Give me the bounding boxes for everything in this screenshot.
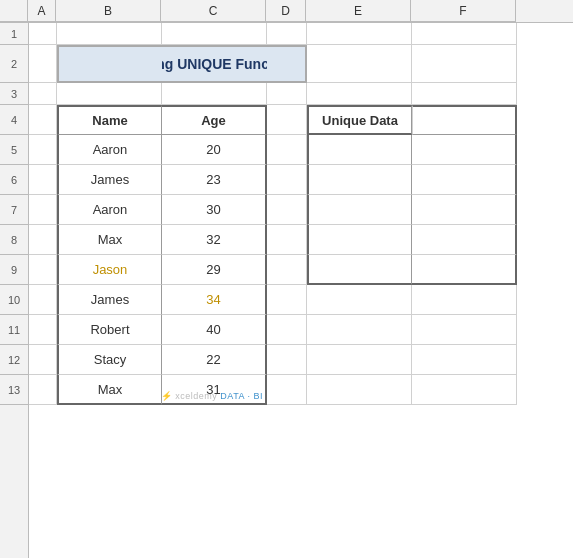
cell-f6[interactable] bbox=[412, 165, 517, 195]
cell-a3[interactable] bbox=[29, 83, 57, 105]
cell-e2[interactable] bbox=[307, 45, 412, 83]
grid-row-3 bbox=[29, 83, 573, 105]
cell-a12[interactable] bbox=[29, 345, 57, 375]
cell-b3[interactable] bbox=[57, 83, 162, 105]
cell-c11[interactable]: 40 bbox=[162, 315, 267, 345]
cell-b10[interactable]: James bbox=[57, 285, 162, 315]
cell-a8[interactable] bbox=[29, 225, 57, 255]
cell-e5[interactable] bbox=[307, 135, 412, 165]
cell-d7[interactable] bbox=[267, 195, 307, 225]
cell-d2[interactable] bbox=[267, 45, 307, 83]
cell-b13[interactable]: Max bbox=[57, 375, 162, 405]
name-12: Stacy bbox=[94, 352, 127, 367]
cell-f10[interactable] bbox=[412, 285, 517, 315]
cell-f4-unique[interactable] bbox=[412, 105, 517, 135]
cell-c3[interactable] bbox=[162, 83, 267, 105]
cell-a4[interactable] bbox=[29, 105, 57, 135]
cell-f12[interactable] bbox=[412, 345, 517, 375]
cell-d4[interactable] bbox=[267, 105, 307, 135]
age-12: 22 bbox=[206, 352, 220, 367]
age-header: Age bbox=[201, 113, 226, 128]
grid-row-7: Aaron 30 bbox=[29, 195, 573, 225]
cell-e12[interactable] bbox=[307, 345, 412, 375]
name-9: Jason bbox=[93, 262, 128, 277]
cell-a7[interactable] bbox=[29, 195, 57, 225]
cell-b12[interactable]: Stacy bbox=[57, 345, 162, 375]
cell-c7[interactable]: 30 bbox=[162, 195, 267, 225]
spreadsheet: A B C D E F 1 2 3 4 5 6 7 8 9 10 11 12 1… bbox=[0, 0, 573, 558]
cell-b1[interactable] bbox=[57, 23, 162, 45]
cell-e4-unique[interactable]: Unique Data bbox=[307, 105, 412, 135]
cell-b4-header[interactable]: Name bbox=[57, 105, 162, 135]
cell-a6[interactable] bbox=[29, 165, 57, 195]
cell-d1[interactable] bbox=[267, 23, 307, 45]
col-header-b: B bbox=[56, 0, 161, 22]
cell-d3[interactable] bbox=[267, 83, 307, 105]
cell-c4-header[interactable]: Age bbox=[162, 105, 267, 135]
cell-d11[interactable] bbox=[267, 315, 307, 345]
cell-d12[interactable] bbox=[267, 345, 307, 375]
cell-a9[interactable] bbox=[29, 255, 57, 285]
cell-b9[interactable]: Jason bbox=[57, 255, 162, 285]
cell-e11[interactable] bbox=[307, 315, 412, 345]
cell-f2[interactable] bbox=[412, 45, 517, 83]
cell-f3[interactable] bbox=[412, 83, 517, 105]
cell-c2-title[interactable]: Using UNIQUE Function bbox=[162, 45, 267, 83]
cell-e1[interactable] bbox=[307, 23, 412, 45]
cell-c10[interactable]: 34 bbox=[162, 285, 267, 315]
cell-f5[interactable] bbox=[412, 135, 517, 165]
cell-a13[interactable] bbox=[29, 375, 57, 405]
grid-row-6: James 23 bbox=[29, 165, 573, 195]
row-num-6: 6 bbox=[0, 165, 28, 195]
cell-d8[interactable] bbox=[267, 225, 307, 255]
cell-a11[interactable] bbox=[29, 315, 57, 345]
cell-c1[interactable] bbox=[162, 23, 267, 45]
cell-d13[interactable] bbox=[267, 375, 307, 405]
row-num-2: 2 bbox=[0, 45, 28, 83]
cell-f13[interactable] bbox=[412, 375, 517, 405]
cell-e13[interactable] bbox=[307, 375, 412, 405]
cell-b6[interactable]: James bbox=[57, 165, 162, 195]
cell-b11[interactable]: Robert bbox=[57, 315, 162, 345]
row-num-4: 4 bbox=[0, 105, 28, 135]
cell-c9[interactable]: 29 bbox=[162, 255, 267, 285]
cell-d6[interactable] bbox=[267, 165, 307, 195]
cell-b8[interactable]: Max bbox=[57, 225, 162, 255]
cell-e7[interactable] bbox=[307, 195, 412, 225]
cell-e6[interactable] bbox=[307, 165, 412, 195]
cell-a2[interactable] bbox=[29, 45, 57, 83]
col-header-c: C bbox=[161, 0, 266, 22]
cell-e8[interactable] bbox=[307, 225, 412, 255]
cell-d9[interactable] bbox=[267, 255, 307, 285]
cell-c5[interactable]: 20 bbox=[162, 135, 267, 165]
cell-f7[interactable] bbox=[412, 195, 517, 225]
grid-row-1 bbox=[29, 23, 573, 45]
grid-content: Using UNIQUE Function Name bbox=[29, 23, 573, 558]
cell-a10[interactable] bbox=[29, 285, 57, 315]
cell-b2[interactable] bbox=[57, 45, 162, 83]
cell-f8[interactable] bbox=[412, 225, 517, 255]
cell-e3[interactable] bbox=[307, 83, 412, 105]
col-header-f: F bbox=[411, 0, 516, 22]
cell-d10[interactable] bbox=[267, 285, 307, 315]
name-6: James bbox=[91, 172, 129, 187]
cell-e10[interactable] bbox=[307, 285, 412, 315]
cell-c8[interactable]: 32 bbox=[162, 225, 267, 255]
age-11: 40 bbox=[206, 322, 220, 337]
cell-c6[interactable]: 23 bbox=[162, 165, 267, 195]
cell-f11[interactable] bbox=[412, 315, 517, 345]
cell-e9[interactable] bbox=[307, 255, 412, 285]
cell-b5[interactable]: Aaron bbox=[57, 135, 162, 165]
row-num-12: 12 bbox=[0, 345, 28, 375]
cell-a1[interactable] bbox=[29, 23, 57, 45]
cell-b7[interactable]: Aaron bbox=[57, 195, 162, 225]
age-5: 20 bbox=[206, 142, 220, 157]
grid-row-13: Max 31 ⚡ xceldemy DATA · BI bbox=[29, 375, 573, 405]
cell-f9[interactable] bbox=[412, 255, 517, 285]
cell-c13[interactable]: 31 ⚡ xceldemy DATA · BI bbox=[162, 375, 267, 405]
cell-d5[interactable] bbox=[267, 135, 307, 165]
unique-data-header: Unique Data bbox=[322, 113, 398, 128]
cell-c12[interactable]: 22 bbox=[162, 345, 267, 375]
cell-a5[interactable] bbox=[29, 135, 57, 165]
cell-f1[interactable] bbox=[412, 23, 517, 45]
